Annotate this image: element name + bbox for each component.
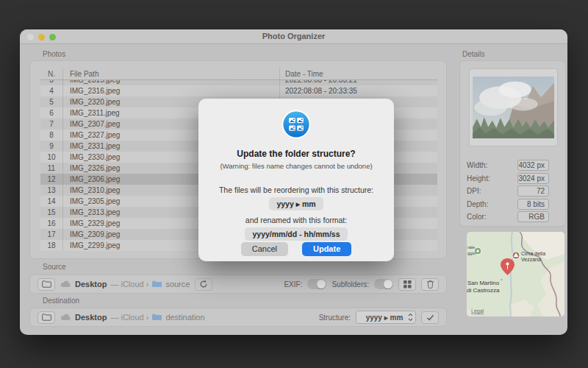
window-title: Photo Organizer: [20, 29, 567, 43]
cloud-icon: [60, 314, 71, 321]
table-cell: 12: [40, 175, 62, 183]
destination-folder-button[interactable]: [37, 311, 55, 324]
map-poi-label: Vezzana: [521, 257, 541, 262]
updown-chevron-icon: [408, 313, 413, 322]
apply-structure-button[interactable]: [421, 311, 439, 324]
trash-icon: [426, 280, 434, 289]
table-cell: 8: [40, 131, 62, 139]
detail-field-value: 72: [517, 185, 549, 197]
source-breadcrumb[interactable]: Desktop — iCloud › source: [60, 280, 190, 289]
destination-section-label: Destination: [43, 297, 79, 305]
table-cell: 4: [40, 87, 62, 95]
detail-field-label: Width:: [467, 161, 517, 169]
exif-label: EXIF:: [284, 280, 302, 289]
cloud-icon: [60, 280, 71, 288]
grid-icon: [404, 280, 412, 289]
source-folder-button[interactable]: [37, 278, 55, 291]
map-town-label: di Castrozza: [467, 287, 500, 294]
table-cell: 7: [40, 120, 62, 128]
detail-field-label: Color:: [467, 213, 517, 221]
dialog-structure-line: The files will be reordering with this s…: [198, 185, 394, 194]
column-header-datetime[interactable]: Date - Time: [279, 70, 437, 78]
details-fields: Width:4032 pxHeight:3024 pxDPI:72Depth:8…: [467, 160, 549, 224]
structure-value-pill: yyyy ▸ mm: [269, 197, 323, 210]
location-map: rale ggio Cima della Vezzana San Martino…: [467, 232, 564, 316]
detail-field: Depth:8 bits: [467, 199, 549, 210]
close-button[interactable]: [27, 34, 34, 40]
folder-icon: [42, 280, 51, 288]
detail-field: Height:3024 px: [467, 173, 549, 184]
details-panel: Width:4032 pxHeight:3024 pxDPI:72Depth:8…: [459, 60, 566, 227]
breadcrumb-leaf: source: [165, 280, 190, 289]
subfolders-label: Subfolders:: [331, 280, 369, 289]
table-cell: 11: [40, 164, 62, 172]
detail-field: DPI:72: [467, 185, 549, 197]
breadcrumb-mid: — iCloud ›: [110, 313, 148, 322]
dialog-title: Update the folder structure?: [198, 149, 394, 159]
detail-field: Color:RGB: [467, 211, 549, 222]
detail-field-label: DPI:: [467, 187, 517, 195]
source-section-label: Source: [43, 263, 66, 271]
source-row: Desktop — iCloud › source EXIF: Subfolde…: [29, 275, 447, 294]
table-cell: 16: [40, 219, 62, 227]
column-divider: [62, 68, 63, 251]
detail-field: Width:4032 px: [467, 160, 549, 171]
blue-folder-icon: [152, 314, 162, 321]
exif-toggle[interactable]: [307, 279, 326, 289]
photo-preview: [472, 77, 555, 138]
detail-field-label: Height:: [467, 174, 517, 183]
refresh-icon: [199, 280, 208, 289]
trash-button[interactable]: [421, 278, 439, 291]
column-header-filepath[interactable]: File Path: [62, 70, 279, 78]
table-cell: 10: [40, 153, 62, 161]
detail-field-value: 4032 px: [517, 160, 549, 171]
grid-view-button[interactable]: [398, 278, 416, 291]
table-cell: IMG_2316.jpeg: [62, 87, 279, 95]
checkmark-icon: [426, 314, 434, 321]
map-clipped-label: rale: [467, 245, 476, 250]
destination-row: Desktop — iCloud › destination Structure…: [29, 308, 447, 327]
table-cell: 14: [40, 197, 62, 205]
refresh-button[interactable]: [195, 278, 212, 291]
dialog-format-line: and renamed with this format:: [198, 216, 394, 224]
details-section-label: Details: [462, 50, 485, 58]
photos-app-icon: [282, 110, 311, 139]
dialog-warning: (Warning: files name changes cannot be u…: [198, 162, 394, 170]
destination-breadcrumb[interactable]: Desktop — iCloud › destination: [60, 313, 205, 322]
map-poi-label: Cima della: [521, 251, 545, 256]
folder-icon: [42, 314, 51, 321]
minimize-button[interactable]: [38, 34, 45, 40]
structure-label: Structure:: [319, 314, 351, 322]
breadcrumb-root: Desktop: [75, 313, 107, 322]
table-cell: 17: [40, 230, 62, 238]
update-structure-dialog: Update the folder structure? (Warning: f…: [198, 99, 394, 261]
map-legal-link[interactable]: Legal: [471, 308, 484, 314]
column-header-n[interactable]: N.: [40, 70, 62, 78]
table-cell: 2022:08:08 - 20:33:35: [279, 87, 437, 95]
photos-section-label: Photos: [43, 50, 65, 58]
table-cell: 9: [40, 142, 62, 150]
update-button[interactable]: Update: [302, 242, 351, 256]
breadcrumb-leaf: destination: [165, 313, 204, 322]
cancel-button[interactable]: Cancel: [241, 242, 288, 256]
breadcrumb-root: Desktop: [75, 280, 107, 289]
table-header[interactable]: N. File Path Date - Time: [40, 68, 437, 80]
detail-field-value: 8 bits: [517, 199, 549, 210]
table-row[interactable]: 4IMG_2316.jpeg2022:08:08 - 20:33:35: [40, 85, 437, 96]
subfolders-toggle[interactable]: [374, 279, 393, 289]
table-cell: 13: [40, 186, 62, 194]
photo-preview-well: [469, 68, 558, 146]
map-town-label: San Martino: [467, 280, 500, 286]
detail-field-value: RGB: [517, 211, 549, 222]
detail-field-label: Depth:: [467, 200, 517, 208]
table-cell: 15: [40, 208, 62, 216]
structure-dropdown[interactable]: yyyy ▸ mm: [356, 311, 416, 324]
format-value-pill: yyyy/mm/dd - hh/mm/ss: [245, 227, 347, 241]
structure-dropdown-value: yyyy ▸ mm: [361, 314, 408, 322]
map-clipped-label: ggio: [467, 251, 476, 255]
table-cell: 5: [40, 98, 62, 106]
titlebar: Photo Organizer: [20, 29, 567, 44]
zoom-button[interactable]: [49, 34, 56, 40]
clipped-table-row[interactable]: 3 IMG_2315.jpeg 2022:08:08 - 20:33:21: [40, 80, 437, 85]
breadcrumb-mid: — iCloud ›: [110, 280, 148, 289]
